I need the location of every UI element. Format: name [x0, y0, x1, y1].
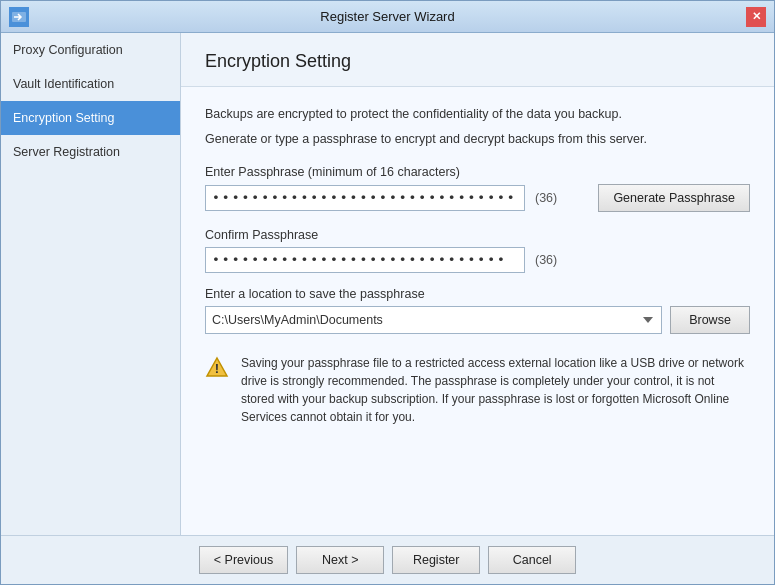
passphrase-label: Enter Passphrase (minimum of 16 characte…: [205, 165, 750, 179]
content-area: Proxy Configuration Vault Identification…: [1, 33, 774, 535]
confirm-input-row: (36): [205, 247, 750, 273]
sidebar-item-proxy[interactable]: Proxy Configuration: [1, 33, 180, 67]
warning-icon: !: [205, 356, 229, 380]
footer: < Previous Next > Register Cancel: [1, 535, 774, 584]
browse-button[interactable]: Browse: [670, 306, 750, 334]
page-title: Encryption Setting: [205, 51, 750, 72]
passphrase-count: (36): [535, 191, 557, 205]
sidebar-item-encryption[interactable]: Encryption Setting: [1, 101, 180, 135]
page-body: Backups are encrypted to protect the con…: [181, 87, 774, 535]
next-button[interactable]: Next >: [296, 546, 384, 574]
previous-button[interactable]: < Previous: [199, 546, 288, 574]
main-panel: Encryption Setting Backups are encrypted…: [181, 33, 774, 535]
confirm-passphrase-input[interactable]: [205, 247, 525, 273]
register-button[interactable]: Register: [392, 546, 480, 574]
location-label: Enter a location to save the passphrase: [205, 287, 750, 301]
sidebar-item-server-registration[interactable]: Server Registration: [1, 135, 180, 169]
passphrase-section: Enter Passphrase (minimum of 16 characte…: [205, 165, 750, 212]
passphrase-input[interactable]: [205, 185, 525, 211]
info-line-1: Backups are encrypted to protect the con…: [205, 105, 750, 124]
info-line-2: Generate or type a passphrase to encrypt…: [205, 130, 750, 149]
generate-passphrase-button[interactable]: Generate Passphrase: [598, 184, 750, 212]
sidebar: Proxy Configuration Vault Identification…: [1, 33, 181, 535]
sidebar-item-vault[interactable]: Vault Identification: [1, 67, 180, 101]
confirm-label: Confirm Passphrase: [205, 228, 750, 242]
confirm-count: (36): [535, 253, 557, 267]
main-window: Register Server Wizard ✕ Proxy Configura…: [0, 0, 775, 585]
page-header: Encryption Setting: [181, 33, 774, 87]
cancel-button[interactable]: Cancel: [488, 546, 576, 574]
location-section: Enter a location to save the passphrase …: [205, 287, 750, 334]
titlebar: Register Server Wizard ✕: [1, 1, 774, 33]
passphrase-input-row: (36) Generate Passphrase: [205, 184, 750, 212]
location-select[interactable]: C:\Users\MyAdmin\Documents: [205, 306, 662, 334]
app-icon: [9, 7, 29, 27]
warning-text: Saving your passphrase file to a restric…: [241, 354, 750, 426]
warning-box: ! Saving your passphrase file to a restr…: [205, 354, 750, 426]
confirm-section: Confirm Passphrase (36): [205, 228, 750, 273]
location-row: C:\Users\MyAdmin\Documents Browse: [205, 306, 750, 334]
window-title: Register Server Wizard: [29, 9, 746, 24]
close-button[interactable]: ✕: [746, 7, 766, 27]
passphrase-left-group: (36): [205, 185, 557, 211]
svg-text:!: !: [215, 361, 219, 376]
